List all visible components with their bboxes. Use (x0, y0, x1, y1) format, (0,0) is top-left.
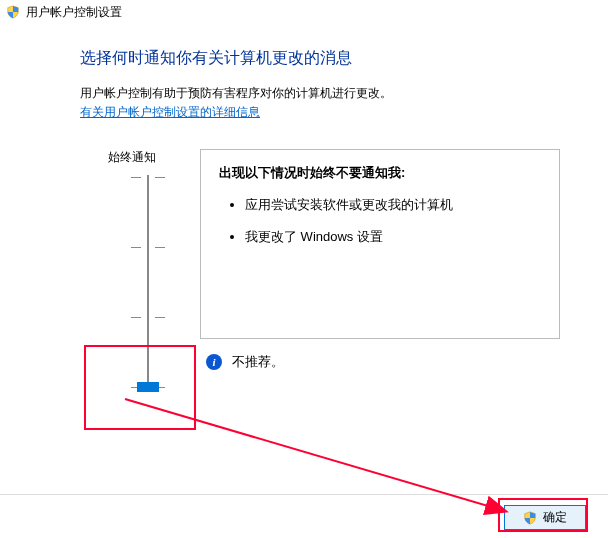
info-icon: i (206, 354, 222, 370)
ok-button-label: 确定 (543, 509, 567, 526)
slider-column: 始终通知 从不通知 (0, 149, 200, 538)
slider-tick (131, 177, 165, 178)
button-bar: 确定 (504, 505, 586, 530)
message-box: 出现以下情况时始终不要通知我: 应用尝试安装软件或更改我的计算机 我更改了 Wi… (200, 149, 560, 339)
uac-shield-icon (6, 5, 20, 19)
message-list: 应用尝试安装软件或更改我的计算机 我更改了 Windows 设置 (219, 196, 541, 246)
page-description: 用户帐户控制有助于预防有害程序对你的计算机进行更改。 (80, 85, 608, 102)
uac-slider[interactable] (128, 173, 168, 393)
main-content: 始终通知 从不通知 出现以下情况时始终不要通知我: 应用尝试安装软件或更改我的计… (0, 149, 608, 538)
footer-divider (0, 494, 608, 495)
message-note-text: 不推荐。 (232, 353, 284, 371)
page-title: 选择何时通知你有关计算机更改的消息 (80, 48, 608, 69)
slider-track (147, 175, 149, 391)
message-note: i 不推荐。 (200, 353, 592, 371)
title-bar: 用户帐户控制设置 (0, 0, 608, 24)
slider-tick (131, 317, 165, 318)
message-column: 出现以下情况时始终不要通知我: 应用尝试安装软件或更改我的计算机 我更改了 Wi… (200, 149, 608, 538)
uac-info-link[interactable]: 有关用户帐户控制设置的详细信息 (80, 105, 260, 119)
slider-tick (131, 247, 165, 248)
message-heading: 出现以下情况时始终不要通知我: (219, 164, 541, 182)
message-bullet: 我更改了 Windows 设置 (245, 228, 541, 246)
slider-label-top: 始终通知 (108, 149, 156, 166)
header-section: 选择何时通知你有关计算机更改的消息 用户帐户控制有助于预防有害程序对你的计算机进… (0, 24, 608, 121)
uac-shield-icon (523, 511, 537, 525)
message-bullet: 应用尝试安装软件或更改我的计算机 (245, 196, 541, 214)
window-title: 用户帐户控制设置 (26, 4, 122, 21)
ok-button[interactable]: 确定 (504, 505, 586, 530)
slider-thumb[interactable] (137, 382, 159, 392)
